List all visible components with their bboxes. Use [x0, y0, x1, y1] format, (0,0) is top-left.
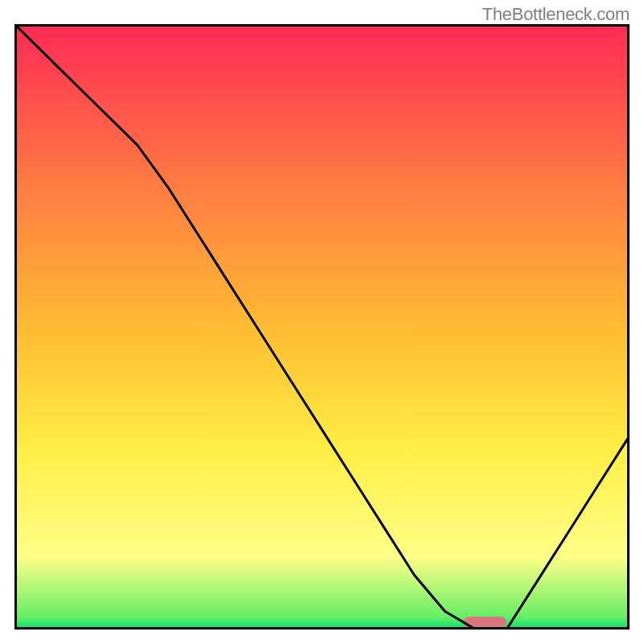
chart-frame: TheBottleneck.com	[0, 0, 644, 644]
chart-svg	[14, 24, 630, 630]
plot-area	[14, 24, 630, 630]
watermark-text: TheBottleneck.com	[482, 4, 630, 25]
